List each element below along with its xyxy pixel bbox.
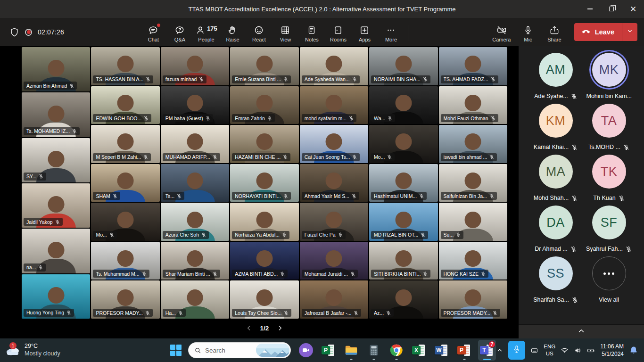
start-button[interactable] (170, 344, 182, 356)
avatar[interactable]: MK (592, 53, 626, 87)
participant-tile[interactable]: Wa... (369, 86, 438, 124)
participant-tile[interactable]: Cai Juan Soong Ts... (300, 125, 368, 163)
word-taskbar-button[interactable]: W (433, 340, 451, 361)
calculator-taskbar-button[interactable] (365, 340, 383, 361)
avatar[interactable]: SS (539, 256, 573, 290)
participant-tile[interactable]: Emran Zahrin (230, 86, 298, 124)
sidebar-participant[interactable]: MAMohd Shah... (529, 155, 582, 202)
participant-tile[interactable]: Ahmad Yasir Md S... (300, 164, 368, 202)
participant-tile[interactable]: Shar Mariam Binti ... (161, 242, 229, 280)
notes-button[interactable]: Notes (298, 22, 325, 42)
participant-tile[interactable]: Louis Tay Chee Sio... (230, 280, 298, 319)
view-button[interactable]: View (272, 22, 298, 42)
language-switcher[interactable]: ENGUS (544, 343, 555, 357)
participant-tile[interactable]: Mo... (91, 203, 159, 241)
participant-tile[interactable]: Saifulnizan Bin Ja... (439, 164, 507, 202)
participant-tile[interactable]: na... (22, 229, 90, 273)
avatar[interactable]: TA (592, 104, 626, 138)
participant-tile[interactable]: Mo... (369, 125, 438, 163)
sidebar-participant[interactable]: SFSyahrul Fah... (582, 206, 636, 253)
minimize-button[interactable] (579, 0, 601, 18)
participant-tile[interactable]: SY... (22, 138, 90, 182)
sidebar-participant[interactable]: TATs.MOHD ... (582, 104, 636, 151)
participant-tile[interactable]: MUHAMAD ARIFP... (161, 125, 229, 163)
participant-tile[interactable]: TS. HASSAN BIN A... (91, 47, 159, 85)
next-page-button[interactable] (276, 324, 284, 332)
sidebar-participant[interactable]: MKMohini bin Kam... (582, 53, 636, 100)
sidebar-participant[interactable]: AMAde Syahe... (529, 53, 582, 100)
qa-button[interactable]: Q&A (166, 22, 193, 42)
participant-tile[interactable]: Mohd Fauzi Othman (439, 86, 507, 124)
participant-tile[interactable]: Ha... (161, 280, 229, 319)
participant-tile[interactable]: iswadi bin ahmad ... (439, 125, 507, 163)
sidebar-participant[interactable]: DADr Ahmad ... (529, 206, 582, 253)
participant-tile[interactable]: Azura Che Soh (161, 203, 229, 241)
participant-tile[interactable]: Azman Bin Ahmad (22, 47, 90, 91)
react-button[interactable]: React (246, 22, 272, 42)
mic-button[interactable]: Mic (515, 22, 541, 42)
participant-tile[interactable]: Az... (369, 280, 438, 319)
participant-tile[interactable]: HONG KAI SZE (439, 242, 507, 280)
search-input[interactable] (205, 347, 252, 354)
people-button[interactable]: 175People (193, 22, 219, 42)
participant-tile[interactable]: Norhaiza Ya Abdul... (230, 203, 298, 241)
participant-tile[interactable]: Ade Syaheda Wan... (300, 47, 368, 85)
mic-in-use-button[interactable] (508, 341, 525, 360)
sidebar-participant[interactable]: SSSharifah Sa... (529, 256, 582, 304)
avatar[interactable]: AM (539, 53, 573, 87)
weather-widget[interactable]: 1 29°C Mostly cloudy (0, 343, 170, 357)
rooms-button[interactable]: Rooms (325, 22, 351, 42)
avatar[interactable]: MA (539, 155, 573, 189)
participant-tile[interactable]: Ts... (161, 164, 229, 202)
restore-button[interactable] (601, 0, 622, 18)
participant-tile[interactable]: Hashimatul UNIM... (369, 164, 438, 202)
participant-tile[interactable]: mohd syafarim m... (300, 86, 368, 124)
participant-tile[interactable]: Ts. MOHAMED IZ... (22, 92, 90, 137)
participant-tile[interactable]: NORHAYATI BINTI... (230, 164, 298, 202)
excel-taskbar-button[interactable]: X (410, 340, 428, 361)
wifi-icon[interactable] (561, 346, 569, 354)
participant-tile[interactable]: NORAIMI BIN SHA... (369, 47, 438, 85)
volume-icon[interactable] (574, 346, 582, 354)
notification-bell-icon[interactable] (629, 346, 638, 355)
participant-tile[interactable]: PROFESOR MADY... (91, 280, 159, 319)
participant-tile[interactable]: M Soperi B M Zahi... (91, 125, 159, 163)
participant-tile[interactable]: Ernie Suzana Binti ... (230, 47, 298, 85)
more-button[interactable]: More (378, 22, 404, 42)
touch-keyboard-button[interactable] (530, 346, 538, 354)
participant-tile[interactable]: Jaidil Yakop (22, 183, 90, 228)
participant-tile[interactable]: HAZAMI BIN CHE ... (230, 125, 298, 163)
sidebar-participant[interactable]: KMKamal Khai... (529, 104, 582, 151)
participant-tile[interactable]: SITI BIRKHA BINTI... (369, 242, 438, 280)
close-button[interactable]: ✕ (622, 0, 644, 18)
camera-button[interactable]: Camera (488, 22, 515, 42)
hidden-icons-button[interactable] (496, 347, 503, 354)
publisher-taskbar-button[interactable]: P (320, 340, 338, 361)
teams-taskbar-button[interactable]: T7 (478, 340, 496, 361)
apps-button[interactable]: Apps (351, 22, 378, 42)
participant-tile[interactable]: EDWIN GOH BOO... (91, 86, 159, 124)
avatar[interactable]: TK (592, 155, 626, 189)
participant-tile[interactable]: Huong Yong Ting (22, 274, 90, 319)
avatar[interactable]: KM (539, 104, 573, 138)
participant-tile[interactable]: fazura minhad (161, 47, 229, 85)
participant-tile[interactable]: PM baha (Guest) (161, 86, 229, 124)
leave-options-button[interactable] (622, 23, 637, 41)
chrome-taskbar-button[interactable] (388, 340, 405, 361)
avatar[interactable]: SF (592, 206, 626, 239)
raise-button[interactable]: Raise (219, 22, 246, 42)
previous-page-button[interactable] (245, 324, 253, 332)
sidebar-collapse-button[interactable] (519, 324, 644, 338)
avatar[interactable]: DA (539, 206, 573, 239)
participant-tile[interactable]: Su... (439, 203, 507, 241)
battery-icon[interactable] (587, 346, 595, 354)
security-shield-icon[interactable] (9, 27, 19, 37)
participant-tile[interactable]: PROFESOR MADY... (439, 280, 507, 319)
clock[interactable]: 11:06 AM 5/1/2024 (600, 343, 624, 358)
participant-tile[interactable]: MD RIZAL BIN OT... (369, 203, 438, 241)
participant-tile[interactable]: Jafreezal B Jaafar -... (300, 280, 368, 319)
chat-button[interactable]: Chat (140, 22, 166, 42)
view-all-button[interactable]: View all (582, 256, 636, 304)
participant-tile[interactable]: Ts. Muhammad M... (91, 242, 159, 280)
participant-tile[interactable]: TS. AHMAD FADZ... (439, 47, 507, 85)
